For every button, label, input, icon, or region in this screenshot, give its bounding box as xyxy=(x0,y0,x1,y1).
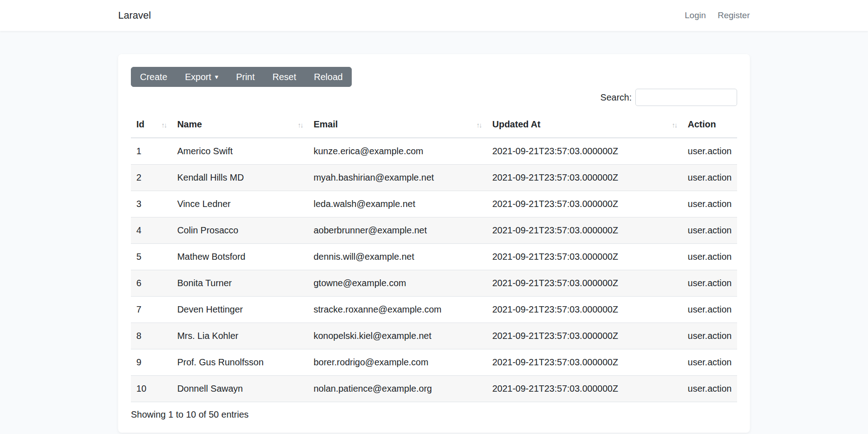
cell-action: user.action xyxy=(682,323,737,349)
print-button[interactable]: Print xyxy=(227,67,264,87)
table-row: 1 Americo Swift kunze.erica@example.com … xyxy=(131,138,737,165)
caret-down-icon: ▾ xyxy=(215,71,219,82)
cell-email: kunze.erica@example.com xyxy=(308,138,487,165)
sort-icon: ↑↓ xyxy=(476,121,481,129)
cell-id: 7 xyxy=(131,297,172,323)
search-input[interactable] xyxy=(635,89,737,106)
cell-name: Colin Prosacco xyxy=(172,217,308,244)
cell-id: 9 xyxy=(131,349,172,376)
column-label-id: Id xyxy=(136,119,145,129)
reload-button-label: Reload xyxy=(314,71,343,82)
reset-button-label: Reset xyxy=(273,71,296,82)
column-header-name[interactable]: Name ↑↓ xyxy=(172,111,308,138)
navbar: Laravel Login Register xyxy=(0,0,868,31)
register-link[interactable]: Register xyxy=(718,10,750,20)
search-row: Search: xyxy=(131,89,737,106)
table-row: 10 Donnell Sawayn nolan.patience@example… xyxy=(131,376,737,402)
cell-email: borer.rodrigo@example.com xyxy=(308,349,487,376)
cell-action: user.action xyxy=(682,376,737,402)
export-dropdown-button[interactable]: Export ▾ xyxy=(176,67,227,87)
table-row: 8 Mrs. Lia Kohler konopelski.kiel@exampl… xyxy=(131,323,737,349)
cell-name: Mathew Botsford xyxy=(172,244,308,270)
column-label-name: Name xyxy=(177,119,202,129)
cell-updated-at: 2021-09-21T23:57:03.000000Z xyxy=(487,349,682,376)
cell-updated-at: 2021-09-21T23:57:03.000000Z xyxy=(487,323,682,349)
cell-action: user.action xyxy=(682,297,737,323)
table-row: 3 Vince Ledner leda.walsh@example.net 20… xyxy=(131,191,737,217)
column-header-id[interactable]: Id ↑↓ xyxy=(131,111,172,138)
cell-updated-at: 2021-09-21T23:57:03.000000Z xyxy=(487,244,682,270)
cell-updated-at: 2021-09-21T23:57:03.000000Z xyxy=(487,270,682,297)
sort-icon: ↑↓ xyxy=(298,121,303,129)
navbar-links: Login Register xyxy=(673,10,750,20)
cell-id: 8 xyxy=(131,323,172,349)
column-header-email[interactable]: Email ↑↓ xyxy=(308,111,487,138)
cell-action: user.action xyxy=(682,138,737,165)
brand-link[interactable]: Laravel xyxy=(118,10,151,21)
cell-updated-at: 2021-09-21T23:57:03.000000Z xyxy=(487,138,682,165)
users-table: Id ↑↓ Name ↑↓ Email ↑↓ Updated At ↑↓ Act… xyxy=(131,111,737,402)
cell-name: Bonita Turner xyxy=(172,270,308,297)
cell-action: user.action xyxy=(682,349,737,376)
cell-email: konopelski.kiel@example.net xyxy=(308,323,487,349)
datatable-card: Create Export ▾ Print Reset Reload Searc… xyxy=(118,54,750,433)
cell-updated-at: 2021-09-21T23:57:03.000000Z xyxy=(487,297,682,323)
table-row: 2 Kendall Hills MD myah.bashirian@exampl… xyxy=(131,165,737,191)
create-button-label: Create xyxy=(140,71,167,82)
cell-id: 10 xyxy=(131,376,172,402)
cell-name: Americo Swift xyxy=(172,138,308,165)
table-row: 7 Deven Hettinger stracke.roxanne@exampl… xyxy=(131,297,737,323)
column-label-updated-at: Updated At xyxy=(492,119,540,129)
create-button[interactable]: Create xyxy=(131,67,176,87)
datatable-toolbar: Create Export ▾ Print Reset Reload xyxy=(131,67,352,87)
cell-updated-at: 2021-09-21T23:57:03.000000Z xyxy=(487,217,682,244)
cell-action: user.action xyxy=(682,217,737,244)
column-header-action: Action xyxy=(682,111,737,138)
cell-id: 6 xyxy=(131,270,172,297)
cell-updated-at: 2021-09-21T23:57:03.000000Z xyxy=(487,165,682,191)
cell-id: 4 xyxy=(131,217,172,244)
cell-name: Kendall Hills MD xyxy=(172,165,308,191)
cell-id: 1 xyxy=(131,138,172,165)
table-row: 5 Mathew Botsford dennis.will@example.ne… xyxy=(131,244,737,270)
cell-name: Deven Hettinger xyxy=(172,297,308,323)
reset-button[interactable]: Reset xyxy=(264,67,305,87)
cell-email: myah.bashirian@example.net xyxy=(308,165,487,191)
export-button-label: Export xyxy=(185,71,211,82)
cell-id: 5 xyxy=(131,244,172,270)
cell-updated-at: 2021-09-21T23:57:03.000000Z xyxy=(487,376,682,402)
cell-name: Donnell Sawayn xyxy=(172,376,308,402)
table-row: 4 Colin Prosacco aoberbrunner@example.ne… xyxy=(131,217,737,244)
cell-name: Mrs. Lia Kohler xyxy=(172,323,308,349)
table-row: 9 Prof. Gus Runolfsson borer.rodrigo@exa… xyxy=(131,349,737,376)
cell-id: 2 xyxy=(131,165,172,191)
table-row: 6 Bonita Turner gtowne@example.com 2021-… xyxy=(131,270,737,297)
print-button-label: Print xyxy=(236,71,254,82)
sort-icon: ↑↓ xyxy=(672,121,677,129)
cell-email: dennis.will@example.net xyxy=(308,244,487,270)
cell-name: Vince Ledner xyxy=(172,191,308,217)
sort-icon: ↑↓ xyxy=(161,121,166,129)
column-label-action: Action xyxy=(688,119,716,129)
cell-action: user.action xyxy=(682,270,737,297)
table-body: 1 Americo Swift kunze.erica@example.com … xyxy=(131,138,737,402)
navbar-container: Laravel Login Register xyxy=(118,10,750,21)
cell-email: nolan.patience@example.org xyxy=(308,376,487,402)
cell-email: stracke.roxanne@example.com xyxy=(308,297,487,323)
column-label-email: Email xyxy=(314,119,338,129)
cell-action: user.action xyxy=(682,165,737,191)
table-info: Showing 1 to 10 of 50 entries xyxy=(131,409,737,420)
table-header-row: Id ↑↓ Name ↑↓ Email ↑↓ Updated At ↑↓ Act… xyxy=(131,111,737,138)
column-header-updated-at[interactable]: Updated At ↑↓ xyxy=(487,111,682,138)
cell-id: 3 xyxy=(131,191,172,217)
cell-email: gtowne@example.com xyxy=(308,270,487,297)
cell-action: user.action xyxy=(682,191,737,217)
cell-name: Prof. Gus Runolfsson xyxy=(172,349,308,376)
cell-email: aoberbrunner@example.net xyxy=(308,217,487,244)
table-header: Id ↑↓ Name ↑↓ Email ↑↓ Updated At ↑↓ Act… xyxy=(131,111,737,138)
cell-email: leda.walsh@example.net xyxy=(308,191,487,217)
search-label: Search: xyxy=(600,92,632,103)
login-link[interactable]: Login xyxy=(685,10,706,20)
cell-action: user.action xyxy=(682,244,737,270)
reload-button[interactable]: Reload xyxy=(305,67,352,87)
